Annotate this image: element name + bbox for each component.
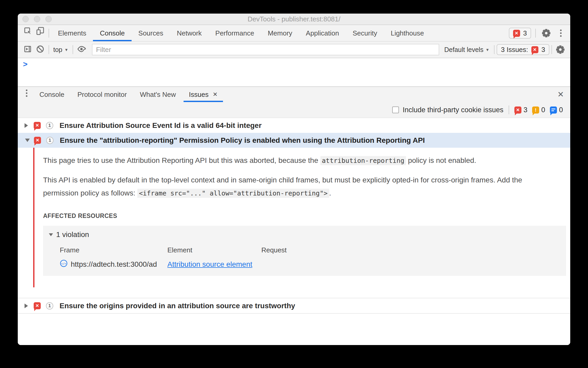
collapse-triangle-icon[interactable] <box>25 139 30 142</box>
tab-elements[interactable]: Elements <box>51 25 93 41</box>
gear-icon <box>556 45 565 54</box>
console-settings-button[interactable] <box>554 43 567 56</box>
issues-counter-count: 3 <box>542 46 545 54</box>
inspect-element-button[interactable] <box>21 25 34 38</box>
attribution-source-element-link[interactable]: Attribution source element <box>167 260 252 268</box>
tab-application[interactable]: Application <box>299 25 346 41</box>
more-options-button[interactable] <box>555 27 567 39</box>
tab-label: Memory <box>268 29 292 37</box>
column-header-frame: Frame <box>60 246 167 259</box>
toolbar-divider <box>49 29 49 38</box>
error-count: 3 <box>523 29 527 37</box>
tab-lighthouse[interactable]: Lighthouse <box>384 25 431 41</box>
close-drawer-button[interactable]: ✕ <box>555 87 566 102</box>
expand-triangle-icon[interactable] <box>25 304 28 308</box>
close-icon: ✕ <box>557 91 564 98</box>
inspect-icon <box>23 26 32 37</box>
settings-button[interactable] <box>540 27 552 39</box>
log-levels-label: Default levels <box>444 46 484 54</box>
third-party-cookie-label: Include third-party cookie issues <box>403 106 503 114</box>
drawer-tab-label: Issues <box>189 91 209 99</box>
error-count-button[interactable]: 3 <box>509 28 531 39</box>
toolbar-divider <box>509 105 509 114</box>
tab-performance[interactable]: Performance <box>209 25 261 41</box>
tab-security[interactable]: Security <box>346 25 384 41</box>
drawer-tab-label: Console <box>39 91 64 99</box>
warning-icon <box>532 106 539 114</box>
error-icon <box>513 30 520 37</box>
issue-row-event-id[interactable]: 1 Ensure Attribution Source Event Id is … <box>18 118 570 133</box>
svg-text:</>: </> <box>61 262 67 265</box>
device-toolbar-button[interactable] <box>34 25 46 38</box>
close-window-button[interactable] <box>22 16 29 22</box>
drawer-tab-protocol-monitor[interactable]: Protocol monitor <box>71 87 133 102</box>
tab-label: Elements <box>58 29 86 37</box>
filter-input[interactable] <box>92 44 439 55</box>
tab-label: Lighthouse <box>391 29 424 37</box>
console-prompt-chevron[interactable]: > <box>23 60 28 69</box>
error-icon <box>34 137 41 144</box>
frame-context-dropdown[interactable]: top <box>51 46 70 54</box>
zoom-window-button[interactable] <box>45 16 52 22</box>
column-header-request: Request <box>261 246 287 259</box>
toolbar-error-count: 3 <box>524 106 527 114</box>
error-icon <box>514 106 521 114</box>
drawer-more-tools-button[interactable] <box>20 87 33 99</box>
paragraph-text: policy is not enabled. <box>406 156 476 164</box>
paragraph-text: This page tries to use the Attribution R… <box>43 156 320 164</box>
gear-icon <box>542 28 551 38</box>
issue-row-permission-policy[interactable]: 1 Ensure the "attribution-reporting" Per… <box>18 133 570 148</box>
drawer-tab-label: Protocol monitor <box>77 91 127 99</box>
collapse-triangle-icon[interactable] <box>49 233 53 236</box>
live-expression-button[interactable] <box>75 43 88 56</box>
window-title: DevTools - publisher.test:8081/ <box>248 15 340 23</box>
drawer-tab-bar: Console Protocol monitor What's New Issu… <box>18 86 570 102</box>
tab-label: Console <box>100 29 125 37</box>
log-levels-dropdown[interactable]: Default levels <box>444 46 490 54</box>
frame-cell: </> https://adtech.test:3000/ad <box>60 259 167 269</box>
issue-detail-body: This page tries to use the Attribution R… <box>18 148 570 287</box>
issue-title: Ensure the "attribution-reporting" Permi… <box>60 136 425 145</box>
device-toolbar-icon <box>36 26 45 37</box>
console-messages-area[interactable]: > <box>18 58 570 86</box>
clear-console-button[interactable] <box>34 43 46 56</box>
frame-context-label: top <box>53 46 62 54</box>
error-icon <box>34 302 41 309</box>
clear-console-icon <box>36 44 45 55</box>
toolbar-divider <box>535 29 536 38</box>
tab-console[interactable]: Console <box>93 25 131 41</box>
error-icon <box>34 122 41 129</box>
tab-label: Network <box>177 29 202 37</box>
issue-paragraph: This API is enabled by default in the to… <box>43 174 552 200</box>
kebab-icon <box>26 92 27 94</box>
eye-icon <box>77 44 86 55</box>
expand-triangle-icon[interactable] <box>25 123 28 128</box>
tab-label: Performance <box>215 29 254 37</box>
issues-list: 1 Ensure Attribution Source Event Id is … <box>18 118 570 345</box>
tab-network[interactable]: Network <box>170 25 208 41</box>
violations-toggle[interactable]: 1 violation <box>49 230 561 239</box>
third-party-cookie-checkbox[interactable] <box>392 106 399 113</box>
issue-row-trustworthy-origins[interactable]: 1 Ensure the origins provided in an attr… <box>18 298 570 314</box>
tab-memory[interactable]: Memory <box>261 25 299 41</box>
console-sidebar-button[interactable] <box>21 43 34 56</box>
toolbar-warning-count: 0 <box>541 106 545 114</box>
paragraph-text: . <box>329 189 331 197</box>
drawer-tab-whats-new[interactable]: What's New <box>133 87 183 102</box>
frame-icon: </> <box>60 259 68 269</box>
toolbar-info-count: 0 <box>559 106 563 114</box>
issue-title: Ensure Attribution Source Event Id is a … <box>60 121 262 130</box>
devtools-window: DevTools - publisher.test:8081/ Elements… <box>18 14 570 345</box>
tab-label: Sources <box>138 29 163 37</box>
issues-counter-button[interactable]: 3 Issues: 3 <box>497 44 549 55</box>
issue-title: Ensure the origins provided in an attrib… <box>60 302 295 310</box>
drawer-tab-issues[interactable]: Issues ✕ <box>183 87 224 102</box>
violations-section: 1 violation Frame Element Request <box>43 226 566 276</box>
main-tab-bar: Elements Console Sources Network Perform… <box>18 25 570 41</box>
tab-sources[interactable]: Sources <box>132 25 170 41</box>
minimize-window-button[interactable] <box>34 16 40 22</box>
drawer-tab-console[interactable]: Console <box>33 87 71 102</box>
close-tab-icon[interactable]: ✕ <box>213 91 217 98</box>
violations-table: Frame Element Request </> <box>60 246 287 269</box>
toolbar-divider <box>494 45 495 54</box>
